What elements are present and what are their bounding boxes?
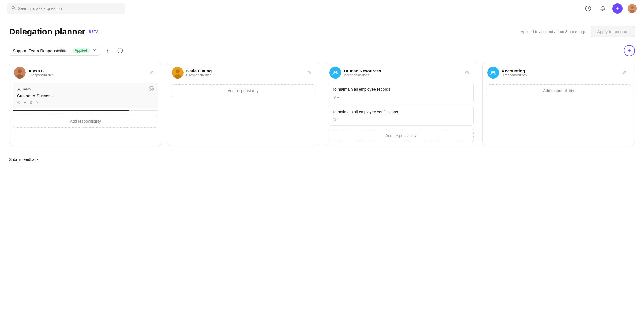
svg-point-29 xyxy=(335,71,337,73)
svg-rect-21 xyxy=(30,101,32,102)
person-card-accounting: Accounting 0 responsibilities – Add resp… xyxy=(482,62,635,146)
card-header-hr: Human Resources 2 responsibilities – xyxy=(325,62,477,81)
applied-status-text: Applied to account about 3 hours ago xyxy=(521,29,586,34)
hr-resp-footer-2: – xyxy=(332,118,469,122)
hr-resp-content-1: To maintain all employee records. xyxy=(332,87,469,92)
team-tile-header: Team xyxy=(17,86,154,92)
add-resp-btn-alysa[interactable]: Add responsibility xyxy=(13,115,158,128)
toolbar-left: Support Team Responsibilities Applied xyxy=(9,46,125,56)
card-menu-accounting: – xyxy=(623,70,630,75)
card-menu-alysa: – xyxy=(150,70,157,75)
person-info-katie: Katie Liming 0 responsibilities xyxy=(186,68,212,77)
header-right: Applied to account about 3 hours ago App… xyxy=(521,26,635,37)
card-menu-katie: – xyxy=(307,70,315,75)
add-resp-btn-katie[interactable]: Add responsibility xyxy=(171,84,316,97)
person-name-accounting: Accounting xyxy=(502,68,527,73)
svg-rect-23 xyxy=(30,103,32,104)
card-person-katie: Katie Liming 0 responsibilities xyxy=(172,67,212,79)
info-btn[interactable] xyxy=(115,46,125,55)
card-dash-katie: – xyxy=(312,70,315,75)
avatar-alysa xyxy=(14,67,26,79)
svg-point-28 xyxy=(334,71,336,73)
plan-name: Support Team Responsibilities xyxy=(13,48,70,53)
submit-feedback-link[interactable]: Submit feedback xyxy=(9,157,38,162)
resp-count-hr: 2 responsibilities xyxy=(344,73,381,77)
card-person-hr: Human Resources 2 responsibilities xyxy=(329,67,381,79)
card-dash-accounting: – xyxy=(628,70,630,75)
team-label-text: Team xyxy=(22,87,31,91)
hr-resp-tile-2[interactable]: To maintain all employee verifications. … xyxy=(328,105,474,126)
page-title: Delegation planner xyxy=(9,27,85,36)
add-resp-btn-hr[interactable]: Add responsibility xyxy=(328,129,474,142)
svg-point-25 xyxy=(176,69,180,73)
card-header-katie: Katie Liming 0 responsibilities – xyxy=(167,62,319,81)
applied-badge: Applied xyxy=(72,48,90,53)
team-label: Team xyxy=(17,87,31,91)
tile-progress xyxy=(13,110,158,111)
search-placeholder: Search or ask a question xyxy=(18,6,62,11)
hr-resp-tile-1[interactable]: To maintain all employee records. – xyxy=(328,83,474,103)
page-header: Delegation planner BETA Applied to accou… xyxy=(9,26,635,37)
person-name-hr: Human Resources xyxy=(344,68,381,73)
person-info-alysa: Alysa C 2 responsibilities xyxy=(29,68,54,77)
nav-icons: ? + xyxy=(583,3,637,14)
team-tile-customer-success[interactable]: Team Customer Success xyxy=(13,83,158,108)
help-icon-btn[interactable]: ? xyxy=(583,3,593,14)
resp-count-katie: 0 responsibilities xyxy=(186,73,212,77)
collapse-team-btn[interactable] xyxy=(149,86,154,92)
card-header-accounting: Accounting 0 responsibilities – xyxy=(483,62,635,81)
card-header-alysa: Alysa C 2 responsibilities – xyxy=(9,62,162,81)
add-nav-btn[interactable]: + xyxy=(612,3,623,14)
more-options-btn[interactable] xyxy=(103,46,112,55)
add-plan-btn[interactable]: + xyxy=(624,45,635,56)
plan-selector[interactable]: Support Team Responsibilities Applied xyxy=(9,46,100,56)
hr-resp-footer-1: – xyxy=(332,95,469,99)
svg-line-1 xyxy=(14,8,15,10)
chevron-down-icon xyxy=(92,48,96,53)
svg-point-12 xyxy=(120,49,120,50)
svg-point-5 xyxy=(631,6,634,9)
svg-point-34 xyxy=(493,71,495,73)
tile-progress-fill xyxy=(13,110,129,111)
toolbar-right: + xyxy=(624,45,635,56)
user-avatar-nav[interactable] xyxy=(627,3,637,14)
card-person-alysa: Alysa C 2 responsibilities xyxy=(14,67,54,79)
resp-count-alysa: 2 responsibilities xyxy=(29,73,54,77)
add-resp-btn-accounting[interactable]: Add responsibility xyxy=(486,84,632,97)
svg-rect-22 xyxy=(30,102,32,103)
team-name: Customer Success xyxy=(17,93,154,98)
avatar-katie xyxy=(172,67,184,79)
svg-point-17 xyxy=(18,88,19,89)
svg-point-7 xyxy=(107,49,108,50)
plus-icon: + xyxy=(616,5,619,12)
tile-clock-dash: – xyxy=(24,100,26,104)
svg-text:?: ? xyxy=(587,7,589,10)
bell-icon-btn[interactable] xyxy=(598,3,608,14)
add-plan-icon: + xyxy=(628,47,631,54)
svg-point-14 xyxy=(18,69,22,73)
svg-point-9 xyxy=(107,52,108,53)
person-info-hr: Human Resources 2 responsibilities xyxy=(344,68,381,77)
svg-point-6 xyxy=(630,10,635,13)
svg-point-33 xyxy=(491,71,493,73)
resp-count-accounting: 0 responsibilities xyxy=(502,73,527,77)
svg-point-8 xyxy=(107,50,108,51)
page-content: Delegation planner BETA Applied to accou… xyxy=(0,17,644,146)
cards-grid: Alysa C 2 responsibilities – xyxy=(9,62,635,146)
card-person-accounting: Accounting 0 responsibilities xyxy=(487,67,527,79)
tile-footer: – 2 xyxy=(17,100,154,104)
person-card-hr: Human Resources 2 responsibilities – To … xyxy=(325,62,477,146)
person-name-katie: Katie Liming xyxy=(186,68,212,73)
person-card-katie: Katie Liming 0 responsibilities – Add re… xyxy=(167,62,320,146)
svg-point-18 xyxy=(19,88,20,89)
card-menu-hr: – xyxy=(465,70,473,75)
topnav: Search or ask a question ? + xyxy=(0,0,644,17)
card-dash-hr: – xyxy=(470,70,473,75)
avatar-accounting xyxy=(487,67,499,79)
search-bar[interactable]: Search or ask a question xyxy=(7,3,125,14)
page-title-group: Delegation planner BETA xyxy=(9,27,99,36)
apply-to-account-button[interactable]: Apply to account xyxy=(591,26,635,37)
hr-resp-2-clock: – xyxy=(337,118,339,122)
toolbar: Support Team Responsibilities Applied xyxy=(9,45,635,56)
avatar-hr xyxy=(329,67,341,79)
